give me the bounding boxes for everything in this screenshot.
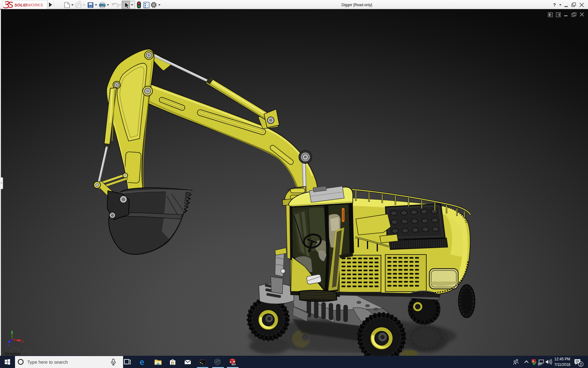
svg-text:e: e (140, 358, 144, 367)
svg-text:7/11/2018: 7/11/2018 (554, 362, 571, 367)
svg-text:Z: Z (8, 344, 9, 347)
svg-text:C:\: C:\ (200, 359, 202, 361)
svg-text:S: S (230, 361, 232, 363)
svg-text:2: 2 (580, 362, 582, 366)
svg-text:SOLIDWORKS: SOLIDWORKS (14, 3, 43, 7)
svg-text:2017: 2017 (232, 363, 236, 366)
svg-text:X: X (22, 340, 24, 343)
svg-text:?: ? (553, 2, 556, 7)
svg-text:12:45 PM: 12:45 PM (554, 357, 570, 361)
svg-text:W: W (233, 360, 236, 363)
svg-text:S: S (532, 360, 534, 363)
